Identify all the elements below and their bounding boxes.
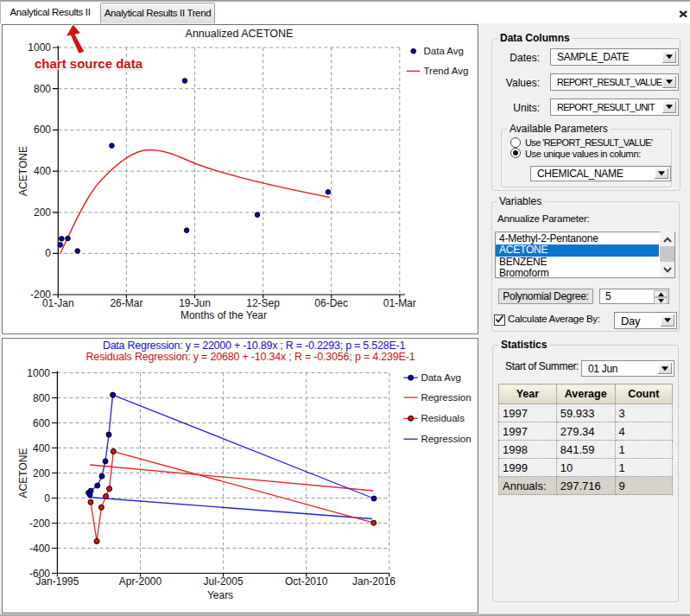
svg-text:Jan-1995: Jan-1995 [35, 575, 79, 587]
svg-text:26-Mar: 26-Mar [110, 297, 142, 309]
svg-text:800: 800 [34, 83, 51, 95]
svg-text:200: 200 [33, 467, 50, 479]
svg-text:800: 800 [33, 392, 50, 404]
svg-text:-200: -200 [29, 518, 50, 530]
svg-text:Trend Avg: Trend Avg [424, 66, 469, 76]
svg-text:1000: 1000 [28, 41, 51, 54]
svg-text:200: 200 [34, 206, 51, 219]
svg-text:01-Mar: 01-Mar [383, 297, 416, 309]
svg-text:Annualized ACETONE: Annualized ACETONE [186, 28, 294, 40]
svg-text:600: 600 [34, 124, 51, 136]
svg-text:12-Sep: 12-Sep [246, 297, 280, 309]
svg-text:0: 0 [44, 492, 50, 505]
svg-text:Residuals Regression: y = 2068: Residuals Regression: y = 20680 + -10.34… [86, 351, 415, 363]
svg-text:Apr-2000: Apr-2000 [119, 575, 162, 587]
svg-text:Years: Years [207, 589, 233, 601]
svg-text:1000: 1000 [27, 367, 50, 379]
svg-text:Data Regression: y = 22000 + -: Data Regression: y = 22000 + -10.89x ; R… [103, 340, 406, 352]
svg-text:ACETONE: ACETONE [17, 448, 29, 499]
svg-text:Oct-2010: Oct-2010 [285, 575, 328, 587]
svg-text:Data Avg: Data Avg [421, 372, 460, 383]
svg-text:19-Jun: 19-Jun [179, 297, 211, 309]
svg-text:-400: -400 [29, 543, 50, 555]
svg-text:0: 0 [45, 247, 51, 259]
svg-text:Residuals: Residuals [421, 413, 465, 423]
svg-text:Regression: Regression [421, 392, 471, 403]
svg-text:400: 400 [34, 165, 51, 177]
svg-text:06-Dec: 06-Dec [314, 297, 348, 309]
svg-text:Jan-2016: Jan-2016 [352, 575, 396, 587]
svg-text:Months of the Year: Months of the Year [180, 309, 267, 321]
svg-text:ACETONE: ACETONE [17, 146, 29, 196]
svg-text:01-Jan: 01-Jan [42, 297, 74, 309]
svg-text:600: 600 [33, 417, 50, 429]
svg-text:400: 400 [33, 442, 50, 454]
svg-text:Data Avg: Data Avg [424, 46, 464, 56]
svg-text:Regression: Regression [421, 434, 471, 444]
svg-text:Jul-2005: Jul-2005 [204, 575, 244, 587]
